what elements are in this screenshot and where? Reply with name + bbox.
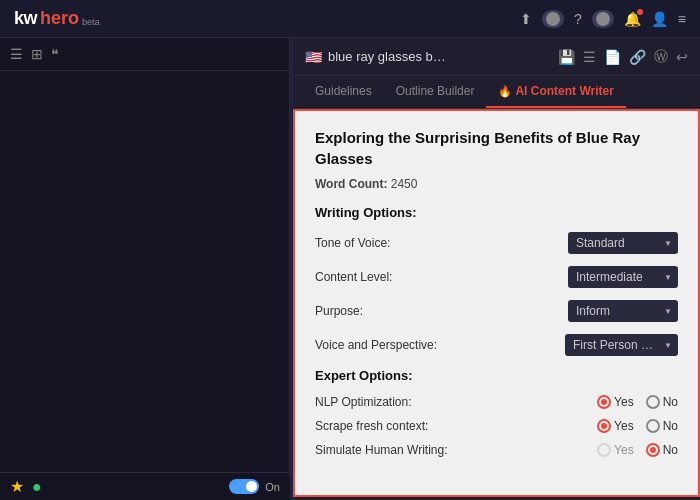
grid-icon[interactable]: ⊞ [31,46,43,62]
nlp-optimization-label: NLP Optimization: [315,395,412,409]
simulate-no-radio[interactable] [646,443,660,457]
simulate-no-label: No [663,443,678,457]
undo-icon[interactable]: ↩ [676,49,688,65]
word-count-label: Word Count: [315,177,391,191]
bottom-bar: ★ ● On [0,472,290,500]
content-level-row: Content Level: Beginner Intermediate Adv… [315,266,678,288]
sidebar-content [0,71,289,500]
word-count-row: Word Count: 2450 [315,177,678,191]
writing-options-heading: Writing Options: [315,205,678,220]
scrape-no-label: No [663,419,678,433]
doc-icon[interactable]: 📄 [604,49,621,65]
article-title: Exploring the Surprising Benefits of Blu… [315,127,678,169]
nlp-no-radio[interactable] [646,395,660,409]
nlp-yes-option[interactable]: Yes [597,395,634,409]
tab-outline-builder[interactable]: Outline Builder [384,76,487,108]
hamburger-icon[interactable]: ☰ [10,46,23,62]
right-toolbar: 🇺🇸 blue ray glasses b… 💾 ☰ 📄 🔗 Ⓦ ↩ [293,38,700,76]
scrape-fresh-row: Scrape fresh context: Yes No [315,419,678,433]
nlp-optimization-options: Yes No [597,395,678,409]
scrape-yes-label: Yes [614,419,634,433]
simulate-yes-option[interactable]: Yes [597,443,634,457]
toolbar-actions: 💾 ☰ 📄 🔗 Ⓦ ↩ [558,48,688,66]
sidebar-toolbar: ☰ ⊞ ❝ [0,38,289,71]
word-count-value: 2450 [391,177,418,191]
left-sidebar: ☰ ⊞ ❝ [0,38,290,500]
tone-of-voice-label: Tone of Voice: [315,236,390,250]
scrape-fresh-label: Scrape fresh context: [315,419,428,433]
ai-panel-wrapper: Exploring the Surprising Benefits of Blu… [293,109,700,500]
voice-perspective-select-wrapper: First Person … Second Person Third Perso… [565,334,678,356]
expert-options-heading: Expert Options: [315,368,678,383]
tone-of-voice-select-wrapper: Standard Formal Casual Professional [568,232,678,254]
purpose-select-wrapper: Inform Persuade Entertain Convert [568,300,678,322]
expert-options-section: Expert Options: NLP Optimization: Yes No [315,368,678,457]
user-icon[interactable]: 👤 [651,11,668,27]
simulate-human-row: Simulate Human Writing: Yes No [315,443,678,457]
circle-icon[interactable]: ● [32,478,42,496]
tab-ai-content-writer[interactable]: 🔥AI Content Writer [486,76,625,108]
bottom-icons: ★ ● [10,477,42,496]
nlp-no-label: No [663,395,678,409]
purpose-label: Purpose: [315,304,363,318]
bell-icon[interactable]: 🔔 [624,11,641,27]
voice-perspective-label: Voice and Perspective: [315,338,437,352]
voice-perspective-row: Voice and Perspective: First Person … Se… [315,334,678,356]
toggle-dot [546,12,560,26]
scrape-no-option[interactable]: No [646,419,678,433]
nlp-yes-radio[interactable] [597,395,611,409]
bottom-toggle: On [229,479,280,494]
toggle-thumb [246,481,257,492]
quote-icon[interactable]: ❝ [51,46,59,62]
question-icon[interactable]: ? [574,11,582,27]
scrape-yes-option[interactable]: Yes [597,419,634,433]
logo-hero: hero [40,8,79,29]
content-level-label: Content Level: [315,270,392,284]
nlp-optimization-row: NLP Optimization: Yes No [315,395,678,409]
top-nav: kwhero beta ⬆ ? 🔔 👤 ≡ [0,0,700,38]
toggle-dot-2 [596,12,610,26]
tone-of-voice-select[interactable]: Standard Formal Casual Professional [568,232,678,254]
main-layout: ☰ ⊞ ❝ 🇺🇸 blue ray glasses b… 💾 ☰ 📄 🔗 Ⓦ ↩ [0,38,700,500]
scrape-fresh-options: Yes No [597,419,678,433]
theme-toggle[interactable] [542,10,564,28]
tone-of-voice-row: Tone of Voice: Standard Formal Casual Pr… [315,232,678,254]
wordpress-icon[interactable]: Ⓦ [654,48,668,66]
menu-icon[interactable]: ≡ [678,11,686,27]
tabs-bar: Guidelines Outline Builder 🔥AI Content W… [293,76,700,109]
simulate-human-label: Simulate Human Writing: [315,443,448,457]
save-icon[interactable]: 💾 [558,49,575,65]
simulate-yes-radio[interactable] [597,443,611,457]
scrape-yes-radio[interactable] [597,419,611,433]
list-icon[interactable]: ☰ [583,49,596,65]
simulate-yes-label: Yes [614,443,634,457]
flag-icon: 🇺🇸 [305,49,322,65]
simulate-no-option[interactable]: No [646,443,678,457]
purpose-row: Purpose: Inform Persuade Entertain Conve… [315,300,678,322]
tab-guidelines[interactable]: Guidelines [303,76,384,108]
share-icon[interactable]: 🔗 [629,49,646,65]
on-off-toggle[interactable] [229,479,259,494]
doc-title-area: 🇺🇸 blue ray glasses b… [305,49,446,65]
logo-kw: kw [14,8,37,29]
nlp-no-option[interactable]: No [646,395,678,409]
voice-perspective-select[interactable]: First Person … Second Person Third Perso… [565,334,678,356]
content-level-select[interactable]: Beginner Intermediate Advanced Expert [568,266,678,288]
feature-toggle[interactable] [592,10,614,28]
nlp-yes-label: Yes [614,395,634,409]
purpose-select[interactable]: Inform Persuade Entertain Convert [568,300,678,322]
content-level-select-wrapper: Beginner Intermediate Advanced Expert [568,266,678,288]
logo-beta: beta [82,17,100,27]
doc-title: blue ray glasses b… [328,49,446,64]
toggle-label: On [265,481,280,493]
fire-icon: 🔥 [498,85,512,97]
simulate-human-options: Yes No [597,443,678,457]
nav-icons: ⬆ ? 🔔 👤 ≡ [520,10,686,28]
star-icon[interactable]: ★ [10,477,24,496]
right-panel: 🇺🇸 blue ray glasses b… 💾 ☰ 📄 🔗 Ⓦ ↩ Guide… [293,38,700,500]
scrape-no-radio[interactable] [646,419,660,433]
logo-area: kwhero beta [14,8,100,29]
ai-content: Exploring the Surprising Benefits of Blu… [293,109,700,497]
upload-icon[interactable]: ⬆ [520,11,532,27]
